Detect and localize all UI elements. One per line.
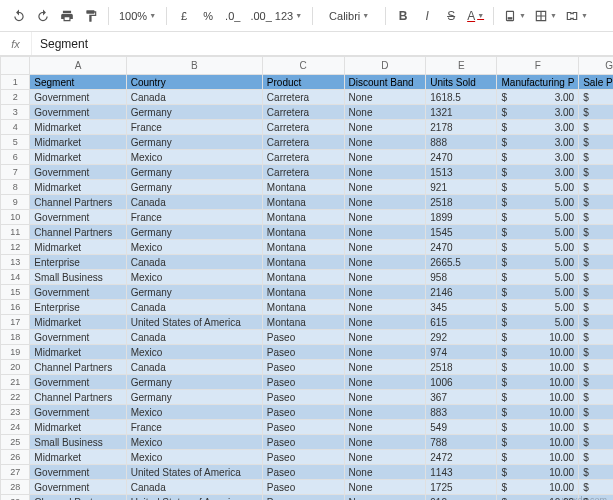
row-header[interactable]: 29 (1, 495, 30, 501)
cell-sale[interactable]: $15. (579, 420, 613, 435)
cell-mfg[interactable]: $10.00 (497, 495, 579, 501)
cell-country[interactable]: Germany (126, 135, 262, 150)
cell-product[interactable]: Paseo (262, 405, 344, 420)
cell-units[interactable]: 1899 (426, 210, 497, 225)
cell-segment[interactable]: Midmarket (30, 345, 126, 360)
cell-discount[interactable]: None (344, 480, 426, 495)
cell-units[interactable]: 888 (426, 135, 497, 150)
cell-segment[interactable]: Government (30, 405, 126, 420)
cell-mfg[interactable]: $5.00 (497, 180, 579, 195)
row-header[interactable]: 11 (1, 225, 30, 240)
cell-segment[interactable]: Government (30, 465, 126, 480)
cell-product[interactable]: Paseo (262, 360, 344, 375)
cell-country[interactable]: Germany (126, 165, 262, 180)
fill-color-button[interactable]: ▼ (500, 5, 529, 27)
cell-country[interactable]: United States of America (126, 465, 262, 480)
cell-product[interactable]: Paseo (262, 330, 344, 345)
percent-format-button[interactable]: % (197, 5, 219, 27)
cell-sale[interactable]: $7. (579, 285, 613, 300)
cell-discount[interactable]: None (344, 420, 426, 435)
cell-country[interactable]: France (126, 420, 262, 435)
cell-segment[interactable]: Channel Partners (30, 495, 126, 501)
cell-units[interactable]: 1006 (426, 375, 497, 390)
row-header[interactable]: 2 (1, 90, 30, 105)
cell-country[interactable]: Germany (126, 180, 262, 195)
cell-segment[interactable]: Midmarket (30, 135, 126, 150)
row-header[interactable]: 7 (1, 165, 30, 180)
cell-units[interactable]: 2665.5 (426, 255, 497, 270)
row-header[interactable]: 9 (1, 195, 30, 210)
cell-mfg[interactable]: $3.00 (497, 90, 579, 105)
cell-product[interactable]: Montana (262, 210, 344, 225)
cell-product[interactable]: Carretera (262, 120, 344, 135)
strikethrough-button[interactable]: S (440, 5, 462, 27)
cell-mfg[interactable]: $3.00 (497, 135, 579, 150)
cell-units[interactable]: 2178 (426, 120, 497, 135)
cell-segment[interactable]: Midmarket (30, 450, 126, 465)
cell-mfg[interactable]: $10.00 (497, 360, 579, 375)
cell-units[interactable]: 2472 (426, 450, 497, 465)
row-header[interactable]: 10 (1, 210, 30, 225)
cell-product[interactable]: Carretera (262, 90, 344, 105)
cell-units[interactable]: 615 (426, 315, 497, 330)
cell-segment[interactable]: Government (30, 375, 126, 390)
cell-units[interactable]: 912 (426, 495, 497, 501)
cell-units[interactable]: 292 (426, 330, 497, 345)
cell-discount[interactable]: None (344, 210, 426, 225)
currency-format-button[interactable]: £ (173, 5, 195, 27)
cell-segment[interactable]: Enterprise (30, 300, 126, 315)
merge-cells-button[interactable]: ▼ (562, 5, 591, 27)
cell-product[interactable]: Montana (262, 315, 344, 330)
cell-product[interactable]: Paseo (262, 390, 344, 405)
col-header-E[interactable]: E (426, 57, 497, 75)
cell-mfg[interactable]: $5.00 (497, 195, 579, 210)
cell-country[interactable]: Germany (126, 225, 262, 240)
cell-product[interactable]: Montana (262, 255, 344, 270)
cell-units[interactable]: 2518 (426, 195, 497, 210)
cell-country[interactable]: Mexico (126, 450, 262, 465)
cell-sale[interactable]: $15. (579, 240, 613, 255)
row-header[interactable]: 18 (1, 330, 30, 345)
cell-country[interactable]: Mexico (126, 405, 262, 420)
cell-discount[interactable]: None (344, 255, 426, 270)
cell-segment[interactable]: Channel Partners (30, 360, 126, 375)
cell-country[interactable]: Mexico (126, 435, 262, 450)
cell-mfg[interactable]: $5.00 (497, 255, 579, 270)
cell-discount[interactable]: None (344, 240, 426, 255)
cell-discount[interactable]: None (344, 345, 426, 360)
cell-segment[interactable]: Midmarket (30, 150, 126, 165)
cell-mfg[interactable]: $5.00 (497, 285, 579, 300)
cell-discount[interactable]: None (344, 180, 426, 195)
cell-discount[interactable]: None (344, 450, 426, 465)
cell-discount[interactable]: None (344, 360, 426, 375)
cell-discount[interactable]: None (344, 195, 426, 210)
cell-units[interactable]: 2470 (426, 150, 497, 165)
cell-sale[interactable]: $20. (579, 90, 613, 105)
cell-sale[interactable]: $15. (579, 135, 613, 150)
undo-button[interactable] (8, 5, 30, 27)
cell-units[interactable]: 549 (426, 420, 497, 435)
cell-country[interactable]: Canada (126, 330, 262, 345)
cell-product[interactable]: Carretera (262, 105, 344, 120)
cell-units[interactable]: 1513 (426, 165, 497, 180)
cell-sale[interactable]: $12. (579, 390, 613, 405)
cell-sale[interactable]: $15. (579, 120, 613, 135)
header-cell[interactable]: Units Sold (426, 75, 497, 90)
cell-discount[interactable]: None (344, 465, 426, 480)
cell-country[interactable]: Canada (126, 480, 262, 495)
cell-segment[interactable]: Midmarket (30, 315, 126, 330)
cell-sale[interactable]: $12. (579, 195, 613, 210)
header-cell[interactable]: Product (262, 75, 344, 90)
cell-product[interactable]: Carretera (262, 135, 344, 150)
cell-sale[interactable]: $7. (579, 405, 613, 420)
cell-units[interactable]: 1618.5 (426, 90, 497, 105)
cell-country[interactable]: Mexico (126, 270, 262, 285)
cell-sale[interactable]: $15. (579, 345, 613, 360)
cell-discount[interactable]: None (344, 390, 426, 405)
cell-country[interactable]: Germany (126, 285, 262, 300)
cell-segment[interactable]: Government (30, 90, 126, 105)
cell-segment[interactable]: Channel Partners (30, 225, 126, 240)
cell-country[interactable]: United States of America (126, 315, 262, 330)
col-header-D[interactable]: D (344, 57, 426, 75)
row-header[interactable]: 13 (1, 255, 30, 270)
